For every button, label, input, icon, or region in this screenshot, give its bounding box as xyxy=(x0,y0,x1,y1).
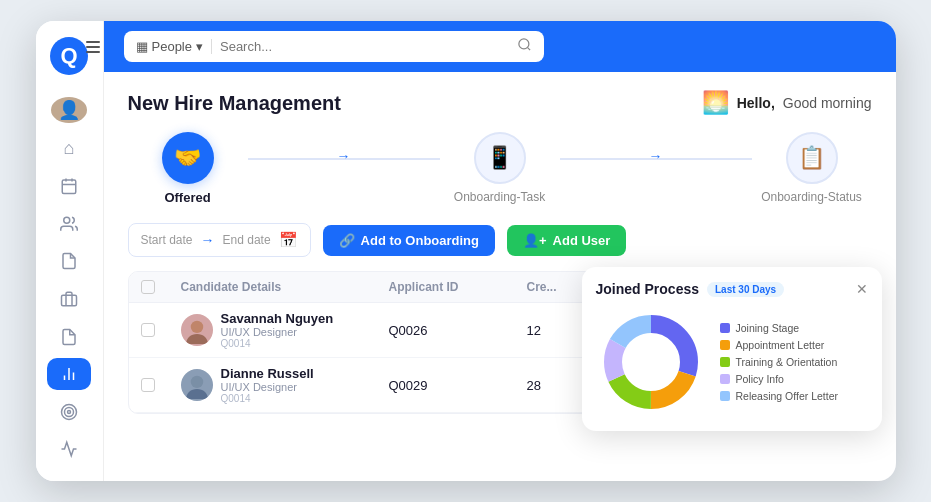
row2-avatar xyxy=(181,369,213,401)
page-title: New Hire Management xyxy=(128,92,341,115)
add-user-button[interactable]: 👤+ Add User xyxy=(507,225,626,256)
row1-candidate-details: Savannah Nguyen UI/UX Designer Q0014 xyxy=(221,311,334,349)
joined-panel-title: Joined Process xyxy=(596,281,700,297)
filter-grid-icon: ▦ xyxy=(136,39,148,54)
svg-point-15 xyxy=(190,376,202,388)
app-container: Q 👤 ⌂ xyxy=(36,21,896,481)
step-offered-label: Offered xyxy=(164,190,210,205)
sidebar-logo: Q xyxy=(50,37,88,75)
actions-row: Start date → End date 📅 🔗 Add to Onboard… xyxy=(128,223,872,257)
svg-rect-5 xyxy=(62,295,77,306)
start-date-label: Start date xyxy=(141,233,193,247)
topbar: ▦ People ▾ xyxy=(104,21,896,72)
avatar[interactable]: 👤 xyxy=(51,97,87,123)
greeting-text: Good morning xyxy=(783,95,872,111)
svg-point-14 xyxy=(190,321,202,333)
content-area: New Hire Management 🌅 Hello, Good mornin… xyxy=(104,72,896,481)
sidebar-item-analytics[interactable] xyxy=(47,433,91,465)
row1-avatar xyxy=(181,314,213,346)
add-user-label: Add User xyxy=(553,233,611,248)
sidebar-item-target[interactable] xyxy=(47,396,91,428)
donut-chart xyxy=(596,307,706,417)
row1-checkbox-cell xyxy=(141,323,173,337)
date-range-picker[interactable]: Start date → End date 📅 xyxy=(128,223,311,257)
main-area: ▦ People ▾ New Hire Management 🌅 H xyxy=(104,21,896,481)
row2-checkbox[interactable] xyxy=(141,378,155,392)
step-onboarding-task-circle: 📱 xyxy=(474,132,526,184)
legend-label-releasing: Releasing Offer Letter xyxy=(736,390,839,402)
add-onboarding-icon: 🔗 xyxy=(339,233,355,248)
svg-rect-0 xyxy=(62,180,76,194)
logo-letter: Q xyxy=(60,43,77,69)
steps-container: 🤝 Offered 📱 Onboarding-Task 📋 Onboarding… xyxy=(128,132,872,205)
page-header: New Hire Management 🌅 Hello, Good mornin… xyxy=(128,90,872,116)
sidebar-item-calendar[interactable] xyxy=(47,170,91,202)
legend-item: Training & Orientation xyxy=(720,356,839,368)
sidebar-item-briefcase[interactable] xyxy=(47,283,91,315)
row1-applicant-id: Q0026 xyxy=(389,323,519,338)
joined-panel-body: Joining Stage Appointment Letter Trainin… xyxy=(596,307,868,417)
row2-name: Dianne Russell xyxy=(221,366,314,381)
legend-label-training: Training & Orientation xyxy=(736,356,838,368)
svg-point-11 xyxy=(68,410,71,413)
th-checkbox xyxy=(141,280,173,294)
joined-process-panel: Joined Process Last 30 Days ✕ xyxy=(582,267,882,431)
legend-item: Policy Info xyxy=(720,373,839,385)
row2-checkbox-cell xyxy=(141,378,173,392)
add-user-icon: 👤+ xyxy=(523,233,547,248)
row1-role: UI/UX Designer xyxy=(221,326,334,338)
end-date-label: End date xyxy=(223,233,271,247)
step-onboarding-status[interactable]: 📋 Onboarding-Status xyxy=(752,132,872,204)
greeting-emoji: 🌅 xyxy=(702,90,729,116)
step-connector-2 xyxy=(560,158,752,160)
row1-checkbox[interactable] xyxy=(141,323,155,337)
search-icon[interactable] xyxy=(517,37,532,56)
search-input[interactable] xyxy=(220,39,509,54)
row2-candidate-info: Dianne Russell UI/UX Designer Q0014 xyxy=(181,366,381,404)
filter-label: People xyxy=(152,39,192,54)
people-filter[interactable]: ▦ People ▾ xyxy=(136,39,212,54)
header-checkbox[interactable] xyxy=(141,280,155,294)
legend-item: Appointment Letter xyxy=(720,339,839,351)
row2-candidate-details: Dianne Russell UI/UX Designer Q0014 xyxy=(221,366,314,404)
joined-panel-header: Joined Process Last 30 Days ✕ xyxy=(596,281,868,297)
row1-name: Savannah Nguyen xyxy=(221,311,334,326)
svg-point-10 xyxy=(65,407,74,416)
svg-point-12 xyxy=(518,39,528,49)
legend-item: Joining Stage xyxy=(720,322,839,334)
add-to-onboarding-button[interactable]: 🔗 Add to Onboarding xyxy=(323,225,495,256)
legend-dot-joining xyxy=(720,323,730,333)
joined-badge: Last 30 Days xyxy=(707,282,784,297)
greeting-hello: Hello, xyxy=(737,95,775,111)
sidebar-item-document[interactable] xyxy=(47,321,91,353)
row2-role: UI/UX Designer xyxy=(221,381,314,393)
sidebar-item-reports[interactable] xyxy=(47,246,91,278)
legend-dot-training xyxy=(720,357,730,367)
th-applicant-id: Applicant ID xyxy=(389,280,519,294)
calendar-icon: 📅 xyxy=(279,231,298,249)
step-onboarding-status-circle: 📋 xyxy=(786,132,838,184)
date-arrow-icon: → xyxy=(201,232,215,248)
search-bar: ▦ People ▾ xyxy=(124,31,544,62)
sidebar-item-chart[interactable] xyxy=(47,358,91,390)
step-connector-1 xyxy=(248,158,440,160)
menu-icon[interactable] xyxy=(86,41,102,53)
step-offered-circle: 🤝 xyxy=(162,132,214,184)
legend-dot-releasing xyxy=(720,391,730,401)
legend-label-appointment: Appointment Letter xyxy=(736,339,825,351)
sidebar: Q 👤 ⌂ xyxy=(36,21,104,481)
th-candidate: Candidate Details xyxy=(181,280,381,294)
svg-point-21 xyxy=(624,335,678,389)
legend-label-joining: Joining Stage xyxy=(736,322,800,334)
close-panel-button[interactable]: ✕ xyxy=(856,281,868,297)
sidebar-item-people[interactable] xyxy=(47,208,91,240)
step-onboarding-task[interactable]: 📱 Onboarding-Task xyxy=(440,132,560,204)
sidebar-item-home[interactable]: ⌂ xyxy=(47,133,91,165)
chevron-down-icon: ▾ xyxy=(196,39,203,54)
step-onboarding-task-label: Onboarding-Task xyxy=(454,190,545,204)
add-onboarding-label: Add to Onboarding xyxy=(361,233,479,248)
row1-emp-id: Q0014 xyxy=(221,338,334,349)
step-onboarding-status-label: Onboarding-Status xyxy=(761,190,862,204)
step-offered[interactable]: 🤝 Offered xyxy=(128,132,248,205)
svg-point-4 xyxy=(64,217,70,223)
